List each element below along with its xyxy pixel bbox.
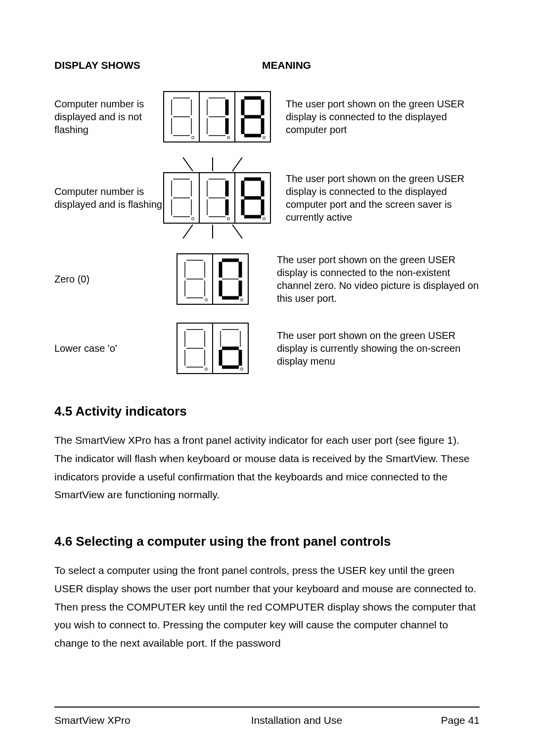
- svg-line-3: [183, 157, 193, 171]
- digit-lower-o: [212, 324, 248, 373]
- svg-point-15: [241, 368, 243, 371]
- svg-point-7: [227, 218, 230, 220]
- display-row-1: Computer number is displayed and is not …: [54, 91, 480, 142]
- svg-point-12: [205, 299, 208, 301]
- digit-8: [234, 92, 270, 142]
- display-row-4: Lower case 'o': [54, 323, 480, 374]
- flash-lines-top-icon: [163, 157, 262, 172]
- page: DISPLAY SHOWS MEANING Computer number is…: [0, 0, 534, 756]
- svg-line-5: [232, 157, 242, 171]
- header-meaning: MEANING: [262, 59, 311, 71]
- digit-0: [212, 254, 248, 304]
- svg-point-1: [227, 137, 230, 139]
- digit-1: [199, 92, 234, 142]
- digit-8-icon: [235, 92, 270, 142]
- digit-ghost: [164, 173, 199, 223]
- footer-rule: [54, 707, 480, 708]
- digit-1: [199, 173, 234, 223]
- row3-display: [163, 253, 262, 305]
- seven-segment-display-0: [177, 253, 249, 305]
- seven-segment-display-18: [163, 91, 271, 142]
- footer-left: SmartView XPro: [54, 714, 183, 726]
- svg-point-13: [241, 299, 243, 301]
- row2-display: [163, 157, 271, 238]
- row2-meaning: The user port shown on the green USER di…: [271, 172, 480, 224]
- section-4.6-body: To select a computer using the front pan…: [54, 562, 480, 653]
- blank-digit-icon: [178, 254, 212, 304]
- footer-right: Page 41: [410, 714, 480, 726]
- digit-0-icon: [213, 254, 248, 304]
- row4-meaning: The user port shown on the green USER di…: [262, 329, 480, 368]
- table-header: DISPLAY SHOWS MEANING: [54, 59, 480, 71]
- svg-point-8: [263, 218, 266, 220]
- digit-ghost: [164, 92, 199, 142]
- display-row-3: Zero (0): [54, 253, 480, 305]
- row2-label: Computer number is displayed and is flas…: [54, 185, 163, 211]
- svg-line-11: [232, 225, 242, 238]
- digit-8-icon: [235, 173, 270, 223]
- row3-label: Zero (0): [54, 273, 163, 285]
- footer-center: Installation and Use: [183, 714, 410, 726]
- row3-meaning: The user port shown on the green USER di…: [262, 253, 480, 305]
- digit-lower-o-icon: [213, 324, 248, 373]
- flashing-wrapper: [163, 157, 271, 238]
- digit-ghost: [178, 324, 212, 373]
- section-4.5-title: 4.5 Activity indicators: [54, 404, 480, 419]
- svg-point-6: [192, 218, 194, 220]
- row4-display: [163, 323, 262, 374]
- svg-line-9: [183, 225, 193, 238]
- row1-display: [163, 91, 271, 142]
- header-display-shows: DISPLAY SHOWS: [54, 59, 262, 71]
- digit-1-icon: [200, 92, 234, 142]
- flash-lines-bottom-icon: [163, 224, 262, 238]
- svg-point-0: [192, 137, 194, 139]
- seven-segment-display-o: [177, 323, 249, 374]
- svg-point-14: [205, 368, 208, 371]
- blank-digit-icon: [164, 173, 199, 223]
- display-row-2: Computer number is displayed and is flas…: [54, 157, 480, 238]
- row1-meaning: The user port shown on the green USER di…: [271, 97, 480, 136]
- digit-1-icon: [200, 173, 234, 223]
- svg-point-2: [263, 137, 266, 139]
- section-4.5-body: The SmartView XPro has a front panel act…: [54, 431, 480, 504]
- row4-label: Lower case 'o': [54, 342, 163, 355]
- section-4.6-title: 4.6 Selecting a computer using the front…: [54, 534, 480, 549]
- blank-digit-icon: [178, 324, 212, 373]
- digit-ghost: [178, 254, 212, 304]
- seven-segment-display-18-flash: [163, 172, 271, 224]
- page-footer: SmartView XPro Installation and Use Page…: [54, 707, 480, 726]
- blank-digit-icon: [164, 92, 199, 142]
- digit-8: [234, 173, 270, 223]
- row1-label: Computer number is displayed and is not …: [54, 97, 163, 136]
